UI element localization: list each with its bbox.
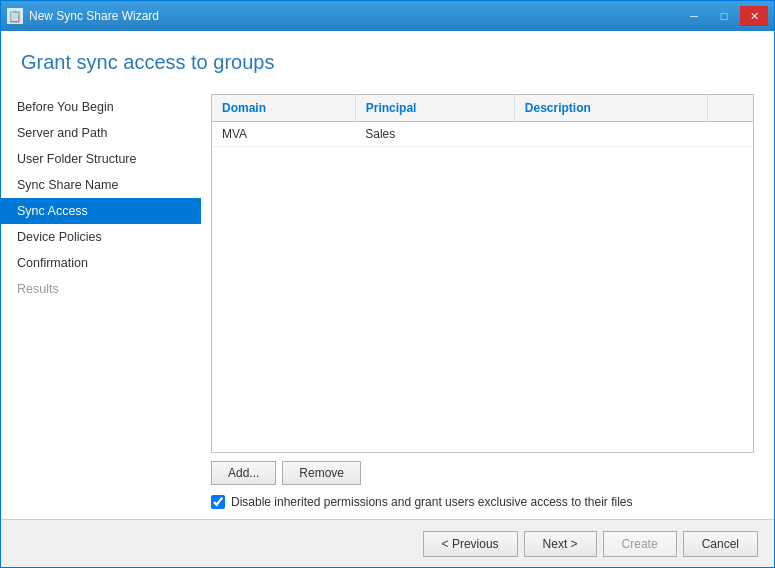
main-content: Before You Begin Server and Path User Fo… (1, 84, 774, 519)
right-panel: Domain Principal Description MVA Sales (201, 84, 774, 519)
sidebar-item-sync-access[interactable]: Sync Access (1, 198, 201, 224)
sidebar-item-results: Results (1, 276, 201, 302)
column-header-description: Description (514, 95, 707, 122)
column-header-principal: Principal (355, 95, 514, 122)
table-row: MVA Sales (212, 122, 753, 147)
cell-principal: Sales (355, 122, 514, 147)
maximize-button[interactable]: □ (710, 6, 738, 26)
sidebar-item-before-you-begin[interactable]: Before You Begin (1, 94, 201, 120)
page-title: Grant sync access to groups (1, 31, 774, 84)
disable-inherited-label: Disable inherited permissions and grant … (231, 495, 633, 509)
cell-description (514, 122, 707, 147)
column-header-domain: Domain (212, 95, 355, 122)
minimize-button[interactable]: ─ (680, 6, 708, 26)
footer: < Previous Next > Create Cancel (1, 519, 774, 567)
sidebar-item-device-policies[interactable]: Device Policies (1, 224, 201, 250)
sidebar-item-user-folder-structure[interactable]: User Folder Structure (1, 146, 201, 172)
content-area: Grant sync access to groups Before You B… (1, 31, 774, 519)
cell-extra (707, 122, 753, 147)
table-header-row: Domain Principal Description (212, 95, 753, 122)
sidebar-item-sync-share-name[interactable]: Sync Share Name (1, 172, 201, 198)
sidebar-item-confirmation[interactable]: Confirmation (1, 250, 201, 276)
title-bar-left: 📋 New Sync Share Wizard (7, 8, 159, 24)
cancel-button[interactable]: Cancel (683, 531, 758, 557)
column-header-extra (707, 95, 753, 122)
cell-domain: MVA (212, 122, 355, 147)
table-actions: Add... Remove (211, 461, 754, 485)
add-button[interactable]: Add... (211, 461, 276, 485)
close-button[interactable]: ✕ (740, 6, 768, 26)
sidebar: Before You Begin Server and Path User Fo… (1, 84, 201, 519)
disable-inherited-checkbox[interactable] (211, 495, 225, 509)
sidebar-item-server-and-path[interactable]: Server and Path (1, 120, 201, 146)
access-table: Domain Principal Description MVA Sales (212, 95, 753, 147)
window-title: New Sync Share Wizard (29, 9, 159, 23)
next-button[interactable]: Next > (524, 531, 597, 557)
create-button[interactable]: Create (603, 531, 677, 557)
previous-button[interactable]: < Previous (423, 531, 518, 557)
title-bar-buttons: ─ □ ✕ (680, 6, 768, 26)
table-body: MVA Sales (212, 122, 753, 147)
title-bar: 📋 New Sync Share Wizard ─ □ ✕ (1, 1, 774, 31)
access-table-container: Domain Principal Description MVA Sales (211, 94, 754, 453)
disable-inherited-checkbox-row: Disable inherited permissions and grant … (211, 495, 754, 509)
remove-button[interactable]: Remove (282, 461, 361, 485)
wizard-window: 📋 New Sync Share Wizard ─ □ ✕ Grant sync… (0, 0, 775, 568)
app-icon: 📋 (7, 8, 23, 24)
